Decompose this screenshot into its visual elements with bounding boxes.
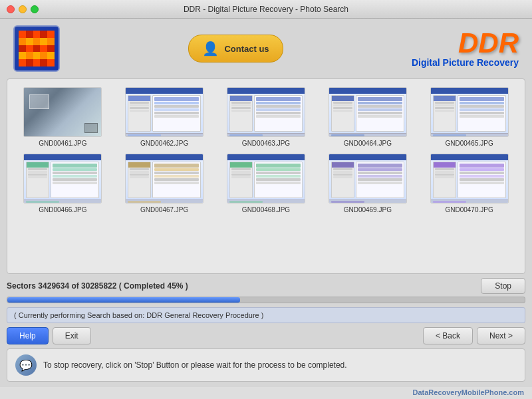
photo-thumbnail <box>227 87 305 137</box>
progress-section: Sectors 3429634 of 30285822 ( Completed … <box>7 278 525 307</box>
photo-label: GND00463.JPG <box>242 140 290 147</box>
contact-icon: 👤 <box>202 41 219 57</box>
checker-cell <box>40 38 47 45</box>
checker-cell <box>47 45 55 53</box>
watermark: DataRecoveryMobilePhone.com <box>0 387 532 399</box>
photo-thumbnail <box>329 154 407 203</box>
close-button[interactable] <box>7 5 15 13</box>
photo-item[interactable]: GND00467.JPG <box>117 154 212 213</box>
checker-cell <box>40 52 47 59</box>
search-info-bar: ( Currently performing Search based on: … <box>7 307 525 323</box>
checker-cell <box>26 45 33 53</box>
checker-cell <box>19 52 26 59</box>
photo-thumbnail <box>125 87 203 137</box>
contact-us-button[interactable]: 👤 Contact us <box>188 35 283 63</box>
checker-cell <box>19 31 26 38</box>
checker-cell <box>19 45 26 53</box>
photo-label: GND00469.JPG <box>344 206 392 213</box>
photo-grid: GND00461.JPG <box>15 87 517 147</box>
photo-label: GND00465.JPG <box>445 140 493 147</box>
progress-bar-fill <box>7 297 240 303</box>
photo-label: GND00470.JPG <box>445 206 493 213</box>
photo-item[interactable]: GND00466.JPG <box>15 154 110 213</box>
checker-cell <box>33 45 41 53</box>
checker-cell <box>47 31 55 38</box>
contact-label: Contact us <box>224 44 269 54</box>
checker-cell <box>33 31 41 38</box>
checker-cell <box>26 31 33 38</box>
photo-grid-row2: GND00466.JPG <box>15 154 517 213</box>
titlebar: DDR - Digital Picture Recovery - Photo S… <box>0 0 532 19</box>
info-message-text: To stop recovery, click on 'Stop' Button… <box>43 360 347 370</box>
checker-cell <box>47 38 55 45</box>
window-title: DDR - Digital Picture Recovery - Photo S… <box>184 5 348 14</box>
photo-label: GND00468.JPG <box>242 206 290 213</box>
photo-item[interactable]: GND00463.JPG <box>219 87 314 147</box>
photo-item[interactable]: GND00461.JPG <box>15 87 110 147</box>
checker-cell <box>33 52 41 59</box>
back-button[interactable]: < Back <box>423 327 473 344</box>
photo-thumbnail <box>23 154 102 203</box>
ddr-subtitle-text: Digital Picture Recovery <box>412 57 519 68</box>
photo-item[interactable]: GND00464.JPG <box>320 87 415 147</box>
header-row: 👤 Contact us DDR Digital Picture Recover… <box>0 19 532 78</box>
progress-info-row: Sectors 3429634 of 30285822 ( Completed … <box>7 278 525 294</box>
info-icon: 💬 <box>15 354 37 376</box>
app-logo <box>13 25 60 72</box>
progress-bar-background <box>7 297 525 303</box>
checker-cell <box>26 59 33 66</box>
window-controls <box>7 5 39 13</box>
photo-thumbnail <box>329 87 407 137</box>
progress-text: Sectors 3429634 of 30285822 ( Completed … <box>7 281 188 291</box>
photo-label: GND00467.JPG <box>140 206 188 213</box>
main-content: 👤 Contact us DDR Digital Picture Recover… <box>0 19 532 399</box>
photo-thumbnail <box>125 154 203 203</box>
info-message-bar: 💬 To stop recovery, click on 'Stop' Butt… <box>7 348 525 382</box>
checker-cell <box>40 45 47 53</box>
exit-button[interactable]: Exit <box>53 327 91 344</box>
photo-item[interactable]: GND00469.JPG <box>320 154 415 213</box>
checker-cell <box>33 38 41 45</box>
photo-label: GND00462.JPG <box>140 140 188 147</box>
maximize-button[interactable] <box>31 5 39 13</box>
checker-cell <box>47 52 55 59</box>
checker-cell <box>47 59 55 66</box>
photo-label: GND00461.JPG <box>39 140 86 147</box>
photo-thumbnail <box>430 87 509 137</box>
photo-item[interactable]: GND00468.JPG <box>219 154 314 213</box>
photo-item[interactable]: GND00462.JPG <box>117 87 212 147</box>
ddr-logo-text: DDR <box>412 29 519 57</box>
checker-cell <box>40 31 47 38</box>
navigation-buttons-row: Help Exit < Back Next > <box>7 327 525 344</box>
photo-gallery-area: GND00461.JPG <box>7 78 525 274</box>
photo-item[interactable]: GND00470.JPG <box>422 154 517 213</box>
checker-cell <box>19 38 26 45</box>
checker-cell <box>26 52 33 59</box>
photo-thumbnail <box>23 87 102 137</box>
checker-cell <box>40 59 47 66</box>
photo-thumbnail <box>430 154 509 203</box>
photo-label: GND00464.JPG <box>344 140 392 147</box>
checker-cell <box>33 59 41 66</box>
photo-thumbnail <box>227 154 305 203</box>
help-button[interactable]: Help <box>7 327 49 344</box>
minimize-button[interactable] <box>19 5 27 13</box>
checker-cell <box>26 38 33 45</box>
checker-cell <box>19 59 26 66</box>
logo-checker-grid <box>19 31 55 66</box>
photo-item[interactable]: GND00465.JPG <box>422 87 517 147</box>
stop-button[interactable]: Stop <box>481 278 525 294</box>
ddr-brand: DDR Digital Picture Recovery <box>412 29 519 68</box>
next-button[interactable]: Next > <box>477 327 525 344</box>
photo-label: GND00466.JPG <box>39 206 86 213</box>
